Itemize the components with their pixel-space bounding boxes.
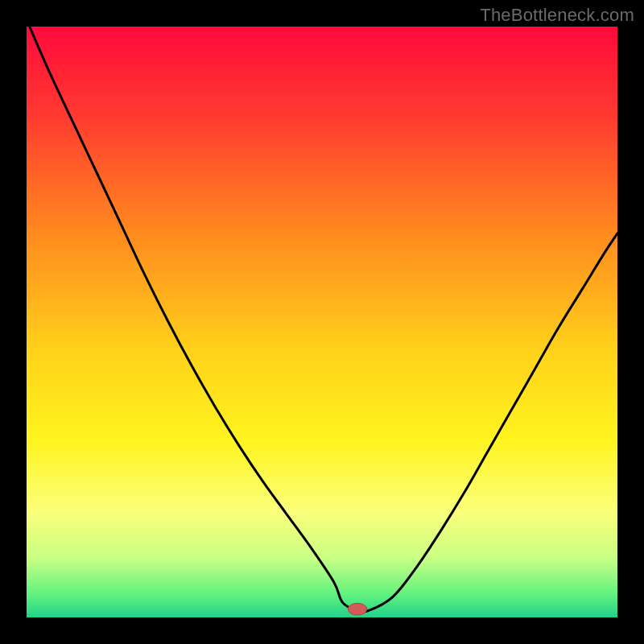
watermark-text: TheBottleneck.com <box>480 5 634 26</box>
bottleneck-point-marker <box>348 603 366 615</box>
plot-area <box>27 27 617 617</box>
chart-svg <box>27 27 617 617</box>
chart-frame: TheBottleneck.com <box>0 0 644 644</box>
gradient-background <box>27 27 617 617</box>
